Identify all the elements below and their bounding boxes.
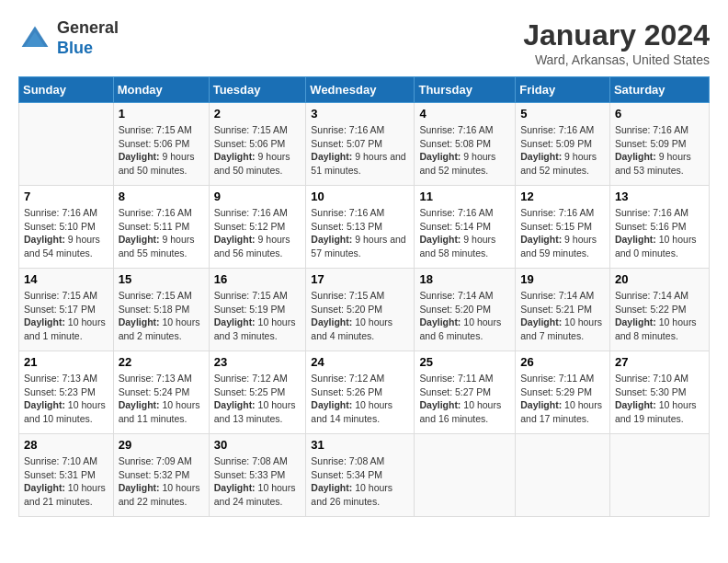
logo-general-text: General <box>57 18 119 37</box>
day-number: 17 <box>311 272 409 286</box>
title-block: January 2024 Ward, Arkansas, United Stat… <box>523 18 710 67</box>
calendar-cell: 17 Sunrise: 7:15 AM Sunset: 5:20 PM Dayl… <box>306 269 415 351</box>
calendar-week-row: 1 Sunrise: 7:15 AM Sunset: 5:06 PM Dayli… <box>19 103 710 186</box>
calendar-cell: 23 Sunrise: 7:12 AM Sunset: 5:25 PM Dayl… <box>209 351 306 434</box>
day-number: 30 <box>214 438 301 452</box>
calendar-week-row: 7 Sunrise: 7:16 AM Sunset: 5:10 PM Dayli… <box>19 186 710 269</box>
day-info: Sunrise: 7:12 AM Sunset: 5:25 PM Dayligh… <box>214 372 301 426</box>
calendar-cell: 27 Sunrise: 7:10 AM Sunset: 5:30 PM Dayl… <box>609 351 709 434</box>
day-number: 31 <box>311 438 409 452</box>
day-number: 5 <box>520 107 605 121</box>
day-number: 20 <box>615 272 704 286</box>
day-info: Sunrise: 7:16 AM Sunset: 5:16 PM Dayligh… <box>615 206 704 260</box>
calendar-cell <box>516 434 610 517</box>
calendar-cell: 2 Sunrise: 7:15 AM Sunset: 5:06 PM Dayli… <box>209 103 306 186</box>
calendar-cell: 4 Sunrise: 7:16 AM Sunset: 5:08 PM Dayli… <box>415 103 516 186</box>
day-info: Sunrise: 7:15 AM Sunset: 5:19 PM Dayligh… <box>214 289 301 343</box>
day-number: 11 <box>419 190 510 203</box>
calendar-cell: 10 Sunrise: 7:16 AM Sunset: 5:13 PM Dayl… <box>306 186 415 269</box>
calendar-cell: 15 Sunrise: 7:15 AM Sunset: 5:18 PM Dayl… <box>113 269 209 351</box>
day-number: 6 <box>615 107 704 121</box>
calendar-cell: 24 Sunrise: 7:12 AM Sunset: 5:26 PM Dayl… <box>306 351 415 434</box>
day-info: Sunrise: 7:16 AM Sunset: 5:09 PM Dayligh… <box>615 123 704 178</box>
day-info: Sunrise: 7:14 AM Sunset: 5:21 PM Dayligh… <box>520 289 605 343</box>
calendar-cell: 25 Sunrise: 7:11 AM Sunset: 5:27 PM Dayl… <box>415 351 516 434</box>
day-info: Sunrise: 7:15 AM Sunset: 5:18 PM Dayligh… <box>119 289 204 343</box>
day-number: 18 <box>419 272 510 286</box>
day-info: Sunrise: 7:16 AM Sunset: 5:09 PM Dayligh… <box>520 123 605 178</box>
calendar-cell: 8 Sunrise: 7:16 AM Sunset: 5:11 PM Dayli… <box>113 186 209 269</box>
calendar-cell: 22 Sunrise: 7:13 AM Sunset: 5:24 PM Dayl… <box>113 351 209 434</box>
calendar-cell <box>19 103 114 186</box>
day-number: 12 <box>520 190 605 203</box>
calendar-week-row: 21 Sunrise: 7:13 AM Sunset: 5:23 PM Dayl… <box>19 351 710 434</box>
day-number: 3 <box>311 107 409 121</box>
calendar-cell: 5 Sunrise: 7:16 AM Sunset: 5:09 PM Dayli… <box>516 103 610 186</box>
header-thursday: Thursday <box>415 77 516 103</box>
header-tuesday: Tuesday <box>209 77 306 103</box>
day-info: Sunrise: 7:16 AM Sunset: 5:07 PM Dayligh… <box>311 123 409 178</box>
day-info: Sunrise: 7:14 AM Sunset: 5:22 PM Dayligh… <box>615 289 704 343</box>
calendar-cell: 7 Sunrise: 7:16 AM Sunset: 5:10 PM Dayli… <box>19 186 114 269</box>
day-info: Sunrise: 7:11 AM Sunset: 5:27 PM Dayligh… <box>419 372 510 426</box>
logo-blue-text: Blue <box>57 39 93 57</box>
calendar-cell: 28 Sunrise: 7:10 AM Sunset: 5:31 PM Dayl… <box>19 434 114 517</box>
day-info: Sunrise: 7:15 AM Sunset: 5:17 PM Dayligh… <box>24 289 108 343</box>
logo: General Blue <box>18 18 119 58</box>
logo-text: General Blue <box>57 18 119 58</box>
day-info: Sunrise: 7:16 AM Sunset: 5:12 PM Dayligh… <box>214 206 301 260</box>
day-number: 24 <box>311 355 409 369</box>
day-number: 14 <box>24 272 108 286</box>
day-info: Sunrise: 7:11 AM Sunset: 5:29 PM Dayligh… <box>520 372 605 426</box>
calendar-table: SundayMondayTuesdayWednesdayThursdayFrid… <box>18 76 710 517</box>
calendar-cell: 30 Sunrise: 7:08 AM Sunset: 5:33 PM Dayl… <box>209 434 306 517</box>
calendar-cell: 12 Sunrise: 7:16 AM Sunset: 5:15 PM Dayl… <box>516 186 610 269</box>
day-info: Sunrise: 7:13 AM Sunset: 5:24 PM Dayligh… <box>119 372 204 426</box>
day-info: Sunrise: 7:08 AM Sunset: 5:33 PM Dayligh… <box>214 454 301 509</box>
location: Ward, Arkansas, United States <box>523 52 710 67</box>
header-saturday: Saturday <box>609 77 709 103</box>
calendar-cell: 29 Sunrise: 7:09 AM Sunset: 5:32 PM Dayl… <box>113 434 209 517</box>
day-number: 1 <box>119 107 204 121</box>
day-number: 19 <box>520 272 605 286</box>
calendar-cell: 19 Sunrise: 7:14 AM Sunset: 5:21 PM Dayl… <box>516 269 610 351</box>
day-number: 25 <box>419 355 510 369</box>
day-info: Sunrise: 7:15 AM Sunset: 5:20 PM Dayligh… <box>311 289 409 343</box>
calendar-cell <box>415 434 516 517</box>
day-info: Sunrise: 7:16 AM Sunset: 5:13 PM Dayligh… <box>311 206 409 260</box>
day-info: Sunrise: 7:14 AM Sunset: 5:20 PM Dayligh… <box>419 289 510 343</box>
logo-icon <box>18 22 51 55</box>
header-friday: Friday <box>516 77 610 103</box>
day-info: Sunrise: 7:16 AM Sunset: 5:15 PM Dayligh… <box>520 206 605 260</box>
calendar-cell: 20 Sunrise: 7:14 AM Sunset: 5:22 PM Dayl… <box>609 269 709 351</box>
day-info: Sunrise: 7:15 AM Sunset: 5:06 PM Dayligh… <box>119 123 204 178</box>
day-info: Sunrise: 7:09 AM Sunset: 5:32 PM Dayligh… <box>119 454 204 509</box>
day-info: Sunrise: 7:08 AM Sunset: 5:34 PM Dayligh… <box>311 454 409 509</box>
day-number: 21 <box>24 355 108 369</box>
calendar-cell: 26 Sunrise: 7:11 AM Sunset: 5:29 PM Dayl… <box>516 351 610 434</box>
header-wednesday: Wednesday <box>306 77 415 103</box>
calendar-cell: 9 Sunrise: 7:16 AM Sunset: 5:12 PM Dayli… <box>209 186 306 269</box>
calendar-cell: 13 Sunrise: 7:16 AM Sunset: 5:16 PM Dayl… <box>609 186 709 269</box>
day-number: 26 <box>520 355 605 369</box>
day-number: 7 <box>24 190 108 203</box>
day-number: 22 <box>119 355 204 369</box>
header-sunday: Sunday <box>19 77 114 103</box>
calendar-cell: 3 Sunrise: 7:16 AM Sunset: 5:07 PM Dayli… <box>306 103 415 186</box>
day-info: Sunrise: 7:12 AM Sunset: 5:26 PM Dayligh… <box>311 372 409 426</box>
day-info: Sunrise: 7:16 AM Sunset: 5:10 PM Dayligh… <box>24 206 108 260</box>
day-number: 13 <box>615 190 704 203</box>
calendar-cell: 16 Sunrise: 7:15 AM Sunset: 5:19 PM Dayl… <box>209 269 306 351</box>
day-info: Sunrise: 7:10 AM Sunset: 5:30 PM Dayligh… <box>615 372 704 426</box>
calendar-cell: 14 Sunrise: 7:15 AM Sunset: 5:17 PM Dayl… <box>19 269 114 351</box>
month-title: January 2024 <box>523 18 710 52</box>
day-info: Sunrise: 7:15 AM Sunset: 5:06 PM Dayligh… <box>214 123 301 178</box>
day-number: 29 <box>119 438 204 452</box>
calendar-cell: 6 Sunrise: 7:16 AM Sunset: 5:09 PM Dayli… <box>609 103 709 186</box>
day-number: 10 <box>311 190 409 203</box>
calendar-cell: 31 Sunrise: 7:08 AM Sunset: 5:34 PM Dayl… <box>306 434 415 517</box>
header-monday: Monday <box>113 77 209 103</box>
calendar-header-row: SundayMondayTuesdayWednesdayThursdayFrid… <box>19 77 710 103</box>
day-number: 28 <box>24 438 108 452</box>
day-number: 27 <box>615 355 704 369</box>
